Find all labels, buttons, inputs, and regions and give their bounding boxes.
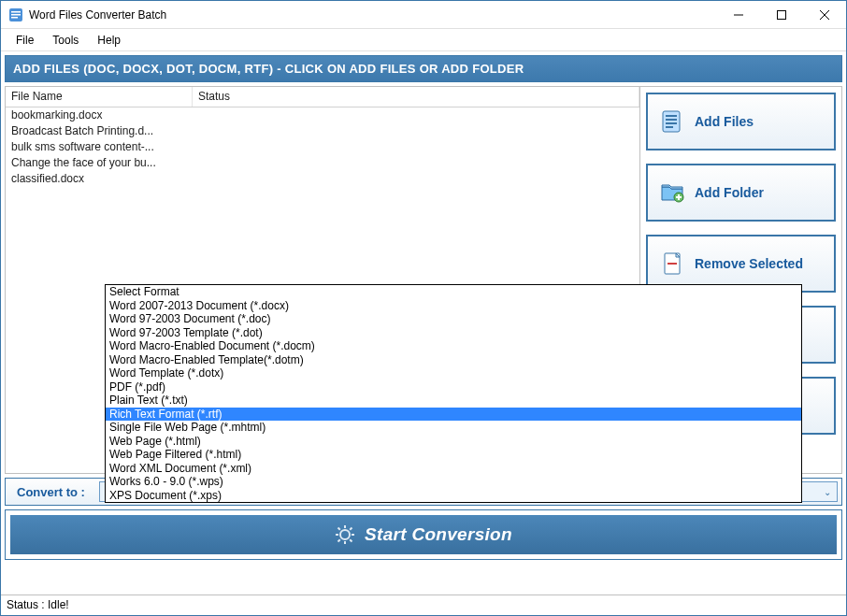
close-button[interactable]: [803, 1, 846, 29]
format-option[interactable]: Word 2007-2013 Document (*.docx): [106, 299, 801, 313]
format-option[interactable]: PDF (*.pdf): [106, 380, 801, 394]
menu-file[interactable]: File: [7, 31, 43, 50]
svg-rect-5: [778, 10, 786, 19]
table-row[interactable]: bulk sms software content-...: [6, 139, 639, 155]
format-option[interactable]: XPS Document (*.xps): [106, 489, 801, 503]
format-option[interactable]: Word Macro-Enabled Template(*.dotm): [106, 353, 801, 367]
window-title: Word Files Converter Batch: [29, 8, 166, 21]
format-option[interactable]: Works 6.0 - 9.0 (*.wps): [106, 475, 801, 489]
svg-rect-9: [666, 115, 677, 117]
format-option[interactable]: Word Template (*.dotx): [106, 366, 801, 380]
start-wrap: Start Conversion: [5, 509, 842, 560]
menu-tools[interactable]: Tools: [43, 31, 88, 50]
add-folder-label: Add Folder: [695, 185, 764, 200]
add-folder-button[interactable]: Add Folder: [646, 164, 836, 222]
svg-line-26: [338, 539, 340, 541]
svg-line-25: [350, 528, 352, 530]
gear-icon: [335, 524, 355, 545]
add-files-label: Add Files: [695, 114, 754, 129]
files-icon: [659, 108, 685, 135]
file-remove-icon: [659, 251, 685, 277]
chevron-down-icon: ⌄: [824, 487, 831, 497]
format-dropdown-list[interactable]: Select FormatWord 2007-2013 Document (*.…: [105, 284, 802, 503]
app-icon: [8, 7, 23, 22]
svg-line-23: [338, 528, 340, 530]
svg-rect-2: [11, 14, 21, 16]
svg-rect-10: [666, 119, 677, 121]
format-option[interactable]: Word Macro-Enabled Document (*.docm): [106, 339, 801, 353]
svg-rect-11: [666, 122, 677, 124]
instruction-banner: ADD FILES (DOC, DOCX, DOT, DOCM, RTF) - …: [5, 55, 842, 82]
format-option[interactable]: Rich Text Format (*.rtf): [106, 408, 801, 422]
format-option[interactable]: Word XML Document (*.xml): [106, 462, 801, 476]
svg-rect-12: [666, 126, 673, 128]
format-option[interactable]: Web Page Filtered (*.html): [106, 448, 801, 462]
folder-add-icon: [659, 179, 685, 206]
minimize-button[interactable]: [717, 1, 760, 29]
menu-help[interactable]: Help: [88, 31, 130, 50]
table-row[interactable]: bookmarking.docx: [6, 107, 639, 123]
status-bar: Status : Idle!: [1, 595, 846, 615]
table-header: File Name Status: [6, 87, 639, 107]
col-filename[interactable]: File Name: [6, 87, 193, 107]
format-option[interactable]: Word 97-2003 Template (*.dot): [106, 326, 801, 340]
col-status[interactable]: Status: [193, 87, 639, 107]
svg-line-24: [350, 539, 352, 541]
start-conversion-button[interactable]: Start Conversion: [10, 515, 837, 554]
format-option[interactable]: Select Format: [106, 285, 801, 299]
menu-bar: File Tools Help: [1, 29, 846, 51]
svg-rect-15: [676, 196, 682, 198]
table-row[interactable]: classified.docx: [6, 171, 639, 187]
table-row[interactable]: Broadcast Batch Printing.d...: [6, 123, 639, 139]
window-controls: [717, 1, 846, 29]
add-files-button[interactable]: Add Files: [646, 93, 836, 150]
remove-selected-label: Remove Selected: [695, 256, 803, 271]
maximize-button[interactable]: [760, 1, 803, 29]
convert-to-label: Convert to :: [6, 485, 99, 499]
svg-point-18: [340, 530, 350, 539]
table-body: bookmarking.docx Broadcast Batch Printin…: [6, 107, 639, 187]
svg-rect-1: [11, 11, 21, 13]
format-option[interactable]: Plain Text (*.txt): [106, 394, 801, 408]
format-option[interactable]: Word 97-2003 Document (*.doc): [106, 312, 801, 326]
svg-rect-17: [668, 263, 677, 265]
format-option[interactable]: Single File Web Page (*.mhtml): [106, 421, 801, 435]
svg-rect-8: [663, 111, 680, 132]
title-bar: Word Files Converter Batch: [1, 1, 846, 29]
start-conversion-label: Start Conversion: [365, 524, 512, 545]
table-row[interactable]: Change the face of your bu...: [6, 155, 639, 171]
format-option[interactable]: Web Page (*.html): [106, 435, 801, 449]
svg-rect-3: [11, 17, 18, 19]
